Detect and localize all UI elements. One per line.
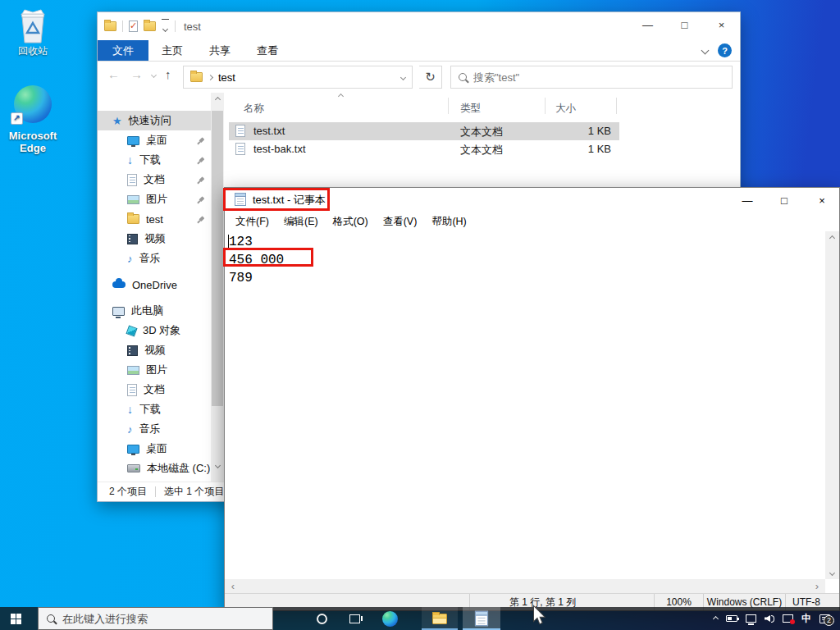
sidebar-scrollbar[interactable] xyxy=(211,93,224,482)
tray-expand-icon[interactable] xyxy=(713,615,719,621)
sidebar-item-3d-objects[interactable]: 3D 对象 xyxy=(98,321,211,340)
sidebar-item-pictures[interactable]: 图片 xyxy=(98,189,211,209)
scroll-right-icon[interactable]: › xyxy=(810,579,824,593)
menu-file[interactable]: 文件(F) xyxy=(228,215,276,229)
ribbon-collapse-icon[interactable] xyxy=(701,47,710,55)
desktop-icon-label: 回收站 xyxy=(0,44,66,58)
sidebar-item-label: 下载 xyxy=(139,402,161,417)
start-button[interactable] xyxy=(0,607,38,630)
battery-icon[interactable] xyxy=(726,615,737,622)
notepad-text-area[interactable]: 123 456 000 789 xyxy=(225,231,825,579)
sidebar-item-documents[interactable]: 文档 xyxy=(98,170,211,189)
customize-toolbar-icon[interactable] xyxy=(162,19,169,34)
new-folder-icon[interactable] xyxy=(144,21,156,31)
close-button[interactable]: × xyxy=(804,188,840,212)
sidebar-item-pictures-pc[interactable]: 图片 xyxy=(98,360,211,380)
tab-file[interactable]: 文件 xyxy=(98,40,148,61)
file-name: test.txt xyxy=(253,125,285,137)
taskbar-search-input[interactable] xyxy=(62,613,264,625)
column-header-size[interactable]: 大小 xyxy=(555,102,576,116)
scroll-left-icon[interactable]: ‹ xyxy=(226,579,240,593)
file-size: 1 KB xyxy=(549,143,611,155)
notification-center-icon[interactable]: 2 xyxy=(819,614,830,623)
breadcrumb-chevron-icon xyxy=(208,74,213,80)
text-line: 123 xyxy=(229,233,825,251)
maximize-button[interactable]: □ xyxy=(766,188,802,212)
ribbon-tabs: 文件 主页 共享 查看 xyxy=(98,40,740,62)
menu-view[interactable]: 查看(V) xyxy=(376,215,425,229)
sidebar-item-downloads[interactable]: ↓ 下载 xyxy=(98,150,211,170)
pin-icon xyxy=(195,175,206,185)
sidebar-item-videos-pc[interactable]: 视频 xyxy=(98,340,211,360)
maximize-button[interactable]: □ xyxy=(666,12,703,37)
this-pc-icon xyxy=(112,307,125,316)
desktop-icon-edge[interactable]: Microsoft Edge xyxy=(0,85,66,154)
search-box[interactable] xyxy=(450,66,733,89)
sidebar-item-downloads-pc[interactable]: ↓ 下载 xyxy=(98,399,211,419)
sidebar-item-this-pc[interactable]: 此电脑 xyxy=(98,301,211,321)
task-view-button[interactable] xyxy=(338,607,371,630)
sidebar-item-local-disk-c[interactable]: 本地磁盘 (C:) xyxy=(98,459,211,478)
sidebar-item-label: 文档 xyxy=(144,172,165,187)
sidebar-item-music[interactable]: ♪ 音乐 xyxy=(98,249,211,268)
text-file-icon xyxy=(235,125,245,137)
desktop-icon-recycle-bin[interactable]: 回收站 xyxy=(0,8,66,58)
file-row-test-txt[interactable]: test.txt 文本文档 1 KB xyxy=(224,122,740,140)
refresh-button[interactable]: ↻ xyxy=(419,66,442,89)
horizontal-scrollbar[interactable]: ‹ › xyxy=(225,579,825,593)
close-button[interactable]: × xyxy=(703,12,740,37)
ime-indicator[interactable]: 中 xyxy=(801,612,811,626)
edge-icon xyxy=(382,611,398,627)
sidebar-item-onedrive[interactable]: OneDrive xyxy=(98,275,211,294)
tab-home[interactable]: 主页 xyxy=(148,40,196,61)
recent-pages-icon[interactable] xyxy=(151,72,157,78)
help-icon[interactable]: ? xyxy=(718,43,732,57)
vertical-scrollbar[interactable] xyxy=(825,231,839,579)
annotation-box-456000 xyxy=(223,248,313,267)
minimize-button[interactable]: — xyxy=(629,12,666,37)
file-row-test-bak-txt[interactable]: test-bak.txt 文本文档 1 KB xyxy=(224,140,740,158)
sidebar-item-documents-pc[interactable]: 文档 xyxy=(98,380,211,399)
scroll-up-icon[interactable] xyxy=(211,93,224,106)
column-header-name[interactable]: 名称 xyxy=(244,102,264,116)
explorer-titlebar[interactable]: test — □ × xyxy=(98,12,740,40)
network-icon[interactable] xyxy=(746,614,756,623)
search-input[interactable] xyxy=(473,71,724,84)
cortana-button[interactable] xyxy=(305,607,338,630)
column-header-type[interactable]: 类型 xyxy=(460,102,481,116)
back-button[interactable]: ← xyxy=(107,67,120,81)
sidebar-item-music-pc[interactable]: ♪ 音乐 xyxy=(98,419,211,439)
scrollbar-thumb[interactable] xyxy=(212,111,223,406)
address-bar[interactable]: test xyxy=(183,66,413,89)
sidebar-item-videos[interactable]: 视频 xyxy=(98,229,211,249)
menu-help[interactable]: 帮助(H) xyxy=(424,215,473,229)
menu-format[interactable]: 格式(O) xyxy=(326,215,376,229)
taskbar-notepad-button[interactable] xyxy=(463,607,500,630)
tab-view[interactable]: 查看 xyxy=(244,40,291,61)
taskbar-search[interactable] xyxy=(38,607,273,630)
menu-edit[interactable]: 编辑(E) xyxy=(276,215,326,229)
scroll-down-icon[interactable] xyxy=(825,566,838,579)
text-line: 789 xyxy=(229,269,825,287)
scroll-up-icon[interactable] xyxy=(825,231,838,244)
sidebar-item-test[interactable]: test xyxy=(98,209,211,229)
input-indicator-icon[interactable] xyxy=(783,614,793,623)
breadcrumb[interactable]: test xyxy=(218,71,235,84)
taskbar-edge-button[interactable] xyxy=(373,607,406,630)
separator xyxy=(122,21,123,32)
sidebar-item-label: 3D 对象 xyxy=(143,323,180,338)
minimize-button[interactable]: — xyxy=(729,188,765,212)
sidebar-item-desktop-pc[interactable]: 桌面 xyxy=(98,439,211,459)
tab-share[interactable]: 共享 xyxy=(196,40,244,61)
task-view-icon xyxy=(349,614,360,623)
volume-icon[interactable] xyxy=(765,615,774,623)
up-button[interactable]: ↑ xyxy=(165,67,171,81)
taskbar-explorer-button[interactable] xyxy=(422,607,458,630)
item-count: 2 个项目 xyxy=(109,485,147,499)
sidebar-item-quick-access[interactable]: ★ 快速访问 xyxy=(98,111,211,130)
sidebar-item-desktop[interactable]: 桌面 xyxy=(98,130,211,150)
address-dropdown-icon[interactable] xyxy=(400,74,406,80)
properties-icon[interactable] xyxy=(129,21,138,32)
forward-button[interactable]: → xyxy=(130,67,143,81)
scroll-down-icon[interactable] xyxy=(211,459,224,472)
